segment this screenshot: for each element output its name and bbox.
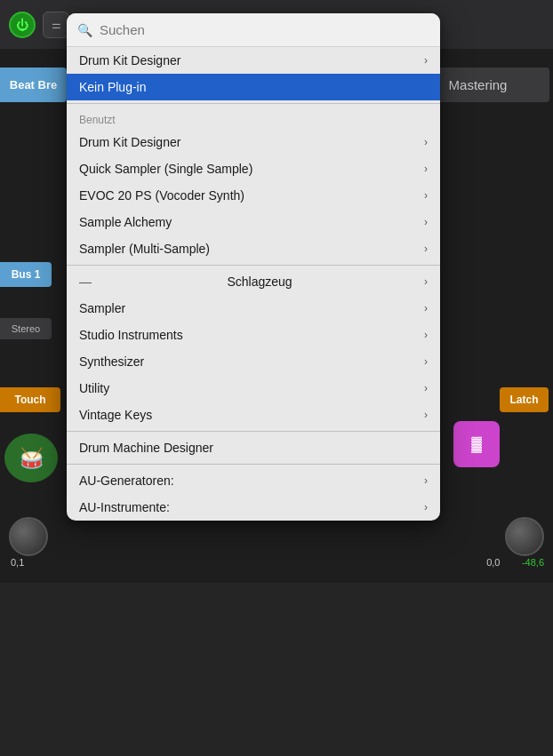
chevron-right-icon: › (424, 275, 428, 288)
search-bar: 🔍 (67, 13, 440, 47)
menu-separator (67, 265, 440, 266)
eq-button[interactable]: ⚌ (43, 12, 69, 38)
touch-label: Touch (0, 387, 60, 412)
menu-item-vintage-keys[interactable]: Vintage Keys› (67, 402, 440, 428)
menu-item-drum-kit-2[interactable]: Drum Kit Designer› (67, 129, 440, 155)
chevron-right-icon: › (424, 189, 428, 202)
chevron-right-icon: › (424, 54, 428, 67)
menu-item-synthesizer[interactable]: Synthesizer› (67, 348, 440, 375)
chevron-right-icon: › (424, 501, 428, 513)
menu-item-label: Sample Alchemy (79, 215, 172, 229)
menu-item-sample-alchemy[interactable]: Sample Alchemy› (67, 209, 440, 235)
latch-label: Latch (500, 387, 549, 412)
menu-item-drum-machine[interactable]: Drum Machine Designer (67, 434, 440, 461)
menu-item-benutzt: Benutzt (67, 107, 440, 129)
menu-item-au-gen[interactable]: AU-Generatoren:› (67, 467, 440, 494)
bottom-area: 0,1 0,0 -48,6 (0, 583, 553, 756)
search-icon: 🔍 (77, 23, 92, 37)
chevron-right-icon: › (424, 216, 428, 228)
menu-item-label: Drum Kit Designer (79, 135, 180, 149)
menu-item-sampler[interactable]: Sampler› (67, 295, 440, 322)
chevron-right-icon: › (424, 136, 428, 148)
menu-item-label: Quick Sampler (Single Sample) (79, 162, 252, 176)
menu-item-label: Studio Instruments (79, 328, 183, 342)
drum-icon: 🥁 (4, 434, 58, 482)
menu-item-label: Sampler (Multi-Sample) (79, 242, 210, 256)
menu-item-utility[interactable]: Utility› (67, 375, 440, 402)
menu-item-label: Vintage Keys (79, 408, 152, 422)
stereo-label: Stereo (0, 318, 52, 339)
knob-left[interactable] (9, 517, 48, 556)
menu-item-sampler-multi[interactable]: Sampler (Multi-Sample)› (67, 235, 440, 262)
menu-item-label: Kein Plug-in (79, 80, 147, 94)
knob-right[interactable] (505, 517, 544, 556)
chevron-right-icon: › (424, 302, 428, 314)
menu-item-drum-kit-top[interactable]: Drum Kit Designer› (67, 47, 440, 74)
chevron-right-icon: › (424, 474, 428, 487)
value-00: 0,0 -48,6 (486, 557, 544, 568)
menu-item-label: Benutzt (79, 114, 116, 126)
dash-prefix: — (79, 275, 92, 289)
bus1-label: Bus 1 (0, 262, 52, 287)
menu-item-label: Drum Kit Designer (79, 53, 180, 68)
chevron-right-icon: › (424, 243, 428, 255)
beat-bre-label: Beat Bre (0, 68, 67, 102)
menu-item-au-inst[interactable]: AU-Instrumente:› (67, 494, 440, 521)
chevron-right-icon: › (424, 355, 428, 368)
chevron-right-icon: › (424, 329, 428, 341)
menu-list: Drum Kit Designer›Kein Plug-inBenutztDru… (67, 47, 440, 521)
menu-separator (67, 464, 440, 465)
chevron-right-icon: › (424, 163, 428, 175)
menu-separator (67, 431, 440, 432)
menu-item-label: Schlagzeug (227, 275, 292, 289)
menu-item-label: EVOC 20 PS (Vocoder Synth) (79, 188, 244, 203)
menu-item-kein-plugin[interactable]: Kein Plug-in (67, 74, 440, 100)
menu-item-label: Synthesizer (79, 354, 144, 369)
menu-item-evoc[interactable]: EVOC 20 PS (Vocoder Synth)› (67, 182, 440, 209)
menu-item-label: AU-Generatoren: (79, 473, 174, 488)
menu-item-schlagzeug[interactable]: —Schlagzeug› (67, 268, 440, 295)
menu-item-label: Utility (79, 381, 109, 395)
menu-item-label: AU-Instrumente: (79, 500, 170, 514)
search-input[interactable] (100, 22, 429, 37)
menu-item-label: Sampler (79, 301, 125, 315)
menu-separator (67, 103, 440, 104)
waveform-button[interactable]: ▓ (453, 421, 500, 467)
chevron-right-icon: › (424, 382, 428, 394)
power-button[interactable]: ⏻ (9, 12, 36, 38)
plugin-dropdown: 🔍 Drum Kit Designer›Kein Plug-inBenutztD… (67, 13, 440, 521)
menu-item-studio-instruments[interactable]: Studio Instruments› (67, 322, 440, 348)
value-01: 0,1 (11, 557, 24, 568)
chevron-right-icon: › (424, 409, 428, 421)
menu-item-label: Drum Machine Designer (79, 441, 213, 455)
menu-item-quick-sampler[interactable]: Quick Sampler (Single Sample)› (67, 155, 440, 182)
